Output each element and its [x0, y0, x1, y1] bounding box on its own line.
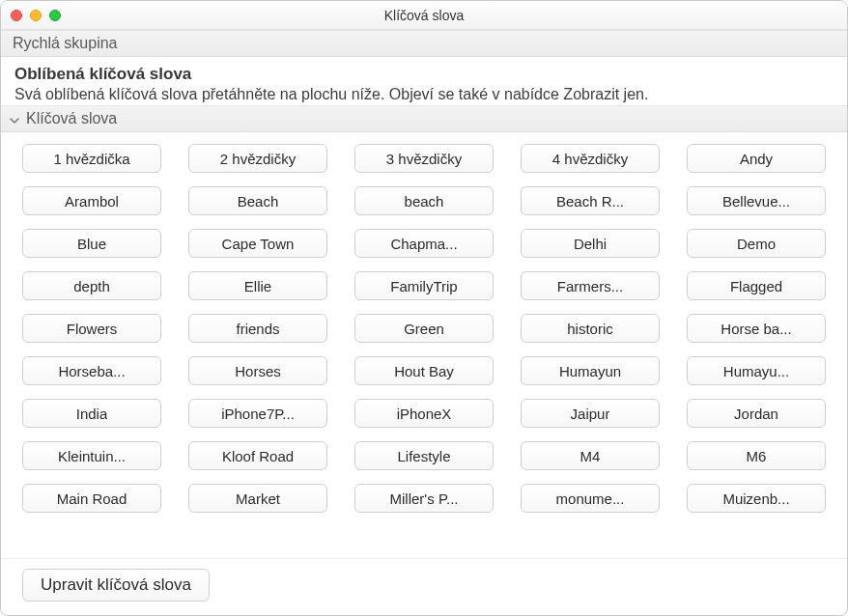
keyword-button[interactable]: Horses — [188, 356, 327, 385]
keyword-button[interactable]: Beach — [188, 186, 327, 215]
keyword-label: Delhi — [574, 236, 607, 252]
keyword-button[interactable]: Flagged — [687, 271, 826, 300]
keyword-button[interactable]: India — [22, 399, 161, 428]
keyword-button[interactable]: Demo — [687, 229, 826, 258]
keyword-label: iPhone7P... — [221, 406, 295, 422]
keyword-label: India — [76, 406, 108, 422]
keyword-label: Green — [404, 321, 444, 337]
keyword-label: historic — [567, 321, 613, 337]
keyword-label: Horseba... — [58, 363, 125, 379]
quick-group-header: Rychlá skupina — [1, 30, 847, 57]
window-controls — [11, 10, 61, 21]
keyword-button[interactable]: Horse ba... — [687, 314, 826, 343]
keywords-section-header[interactable]: Klíčová slova — [1, 105, 847, 132]
keyword-label: 2 hvězdičky — [220, 151, 296, 167]
keyword-label: Miller's P... — [390, 490, 459, 507]
keyword-button[interactable]: iPhone7P... — [188, 399, 327, 428]
favorites-description: Svá oblíbená klíčová slova přetáhněte na… — [14, 86, 834, 103]
keyword-button[interactable]: Farmers... — [521, 271, 660, 300]
keyword-button[interactable]: friends — [188, 314, 327, 343]
keyword-label: Kloof Road — [222, 448, 294, 464]
keyword-label: Beach R... — [556, 193, 624, 210]
keyword-button[interactable]: iPhoneX — [354, 399, 494, 428]
keyword-label: Humayun — [559, 363, 621, 379]
keyword-label: iPhoneX — [397, 406, 452, 422]
keyword-label: Beach — [238, 193, 279, 210]
keyword-label: Cape Town — [222, 236, 295, 252]
keyword-label: Arambol — [65, 193, 119, 210]
keyword-button[interactable]: Main Road — [22, 484, 161, 513]
keyword-button[interactable]: Humayu... — [687, 356, 826, 385]
keywords-window: Klíčová slova Rychlá skupina Oblíbená kl… — [0, 0, 848, 616]
keyword-button[interactable]: Kloof Road — [188, 441, 327, 470]
keyword-button[interactable]: Horseba... — [22, 356, 161, 385]
keyword-button[interactable]: Andy — [687, 144, 826, 173]
keyword-button[interactable]: Beach R... — [521, 186, 660, 215]
keyword-button[interactable]: Hout Bay — [354, 356, 494, 385]
footer: Upravit klíčová slova — [1, 558, 847, 615]
edit-keywords-button[interactable]: Upravit klíčová slova — [22, 569, 210, 602]
keyword-label: 1 hvězdička — [53, 151, 129, 167]
keyword-button[interactable]: Ellie — [188, 271, 327, 300]
titlebar: Klíčová slova — [1, 1, 847, 30]
keyword-button[interactable]: Jaipur — [521, 399, 660, 428]
keyword-button[interactable]: Humayun — [521, 356, 660, 385]
keyword-button[interactable]: Bellevue... — [687, 186, 826, 215]
keyword-label: Main Road — [57, 490, 127, 507]
keyword-button[interactable]: Green — [354, 314, 494, 343]
keyword-button[interactable]: historic — [521, 314, 660, 343]
keyword-button[interactable]: Kleintuin... — [22, 441, 161, 470]
keyword-button[interactable]: monume... — [521, 484, 660, 513]
keyword-label: FamilyTrip — [390, 278, 457, 294]
keyword-button[interactable]: Market — [188, 484, 327, 513]
keyword-label: Ellie — [244, 278, 271, 294]
keyword-button[interactable]: 1 hvězdička — [22, 144, 161, 173]
keyword-button[interactable]: Blue — [22, 229, 161, 258]
keyword-label: Horse ba... — [721, 321, 791, 337]
keyword-label: Bellevue... — [722, 193, 790, 210]
keyword-label: Kleintuin... — [58, 448, 126, 464]
zoom-icon[interactable] — [49, 10, 61, 21]
keyword-label: Andy — [740, 151, 773, 167]
keyword-button[interactable]: beach — [354, 186, 494, 215]
keyword-label: M4 — [580, 448, 601, 464]
window-title: Klíčová slova — [1, 8, 847, 23]
keyword-label: Flagged — [730, 278, 782, 294]
keyword-label: beach — [405, 193, 444, 210]
chevron-down-icon — [9, 113, 20, 125]
keyword-label: Flowers — [67, 321, 118, 337]
keyword-button[interactable]: 4 hvězdičky — [521, 144, 660, 173]
keyword-button[interactable]: Cape Town — [188, 229, 327, 258]
keyword-button[interactable]: M4 — [521, 441, 660, 470]
keyword-label: monume... — [556, 490, 625, 507]
keyword-button[interactable]: Chapma... — [354, 229, 494, 258]
keyword-button[interactable]: 2 hvězdičky — [188, 144, 327, 173]
keyword-label: Hout Bay — [394, 363, 454, 379]
favorites-title: Oblíbená klíčová slova — [14, 65, 834, 84]
keyword-label: Jaipur — [571, 406, 610, 422]
keyword-label: Horses — [235, 363, 281, 379]
edit-keywords-label: Upravit klíčová slova — [41, 575, 191, 595]
keyword-grid: 1 hvězdička2 hvězdičky3 hvězdičky4 hvězd… — [1, 132, 847, 558]
keyword-button[interactable]: FamilyTrip — [354, 271, 494, 300]
keyword-button[interactable]: Miller's P... — [354, 484, 494, 513]
favorites-block: Oblíbená klíčová slova Svá oblíbená klíč… — [1, 57, 847, 105]
keyword-button[interactable]: 3 hvězdičky — [354, 144, 494, 173]
keyword-button[interactable]: Flowers — [22, 314, 161, 343]
keyword-label: Chapma... — [390, 236, 457, 252]
keyword-button[interactable]: Muizenb... — [687, 484, 826, 513]
keyword-button[interactable]: M6 — [687, 441, 826, 470]
keyword-label: Farmers... — [557, 278, 623, 294]
keyword-label: Demo — [737, 236, 776, 252]
close-icon[interactable] — [11, 10, 22, 21]
keyword-button[interactable]: Lifestyle — [354, 441, 494, 470]
keyword-button[interactable]: Delhi — [521, 229, 660, 258]
keyword-label: friends — [236, 321, 279, 337]
keywords-header-label: Klíčová slova — [26, 110, 117, 127]
keyword-label: Muizenb... — [722, 490, 789, 507]
keyword-button[interactable]: depth — [22, 271, 161, 300]
keyword-label: M6 — [747, 448, 767, 464]
keyword-button[interactable]: Arambol — [22, 186, 161, 215]
minimize-icon[interactable] — [30, 10, 42, 21]
keyword-button[interactable]: Jordan — [687, 399, 826, 428]
